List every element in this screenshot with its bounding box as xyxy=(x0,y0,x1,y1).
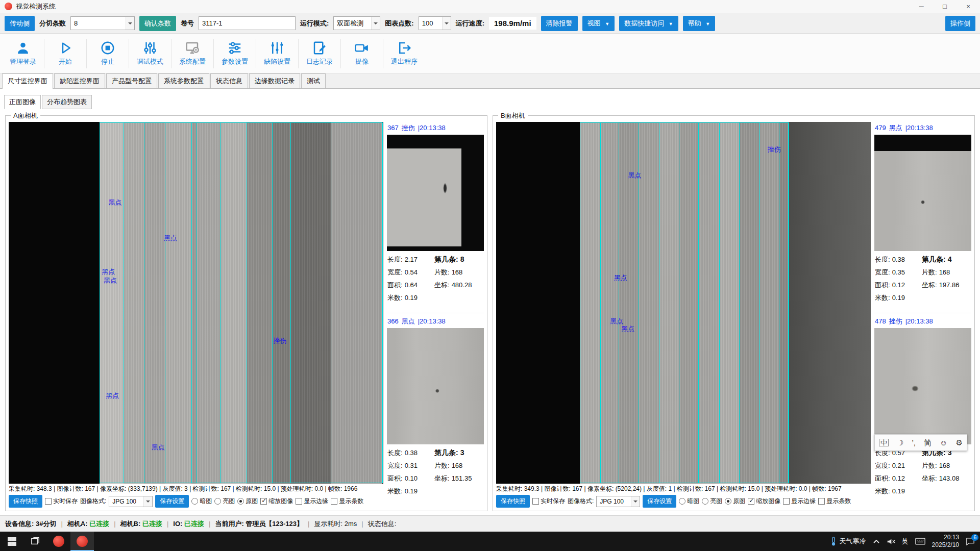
tab-status-info[interactable]: 状态信息 xyxy=(210,73,248,88)
taskbar-app-running[interactable] xyxy=(70,532,94,551)
defect-card-header[interactable]: 366 黑点 |20:13:38 xyxy=(387,315,484,328)
show-strips-checkbox[interactable]: 显示条数 xyxy=(331,497,363,506)
defect-card-header[interactable]: 479 黑点 |20:13:38 xyxy=(874,122,971,135)
realtime-save-checkbox[interactable]: 实时保存 xyxy=(532,497,565,506)
weather-indicator[interactable]: 天气寒冷 xyxy=(830,537,866,546)
original-image-radio[interactable]: 原图 xyxy=(725,497,745,506)
maximize-button[interactable]: □ xyxy=(933,0,957,13)
fullwidth-moon-icon[interactable]: ☽ xyxy=(897,439,903,446)
defect-thumbnail[interactable] xyxy=(387,328,484,444)
camera-b-image[interactable]: 挫伤黑点黑点黑点黑点 xyxy=(496,122,871,484)
ime-mode-toggle[interactable]: 中 xyxy=(879,439,889,446)
strip-divider-line xyxy=(220,122,221,483)
stat-value: 0.19 xyxy=(892,487,905,495)
realtime-save-checkbox[interactable]: 实时保存 xyxy=(45,497,78,506)
strip-divider-line xyxy=(789,122,789,483)
close-button[interactable]: × xyxy=(957,0,980,13)
speaker-mute-icon[interactable] xyxy=(887,538,895,545)
param-settings-button[interactable]: 参数设置 xyxy=(214,35,256,72)
stat-label: 坐标: xyxy=(922,474,937,482)
taskbar-app-pinned[interactable] xyxy=(47,532,70,551)
checkbox-checked-icon xyxy=(748,498,754,505)
save-snapshot-button[interactable]: 保存快照 xyxy=(496,495,530,508)
camera-a-stats-line: 采集耗时: 348.3 | 图像计数: 167 | 像素坐标: (333,713… xyxy=(9,484,383,494)
image-format-select[interactable]: JPG 100 xyxy=(596,496,640,507)
drive-side-button[interactable]: 传动侧 xyxy=(5,16,35,31)
punctuation-toggle[interactable]: ’, xyxy=(912,439,916,446)
defect-card-header[interactable]: 478 挫伤 |20:13:38 xyxy=(874,315,971,328)
run-mode-select[interactable]: 双面检测 xyxy=(333,16,380,30)
defect-thumbnail[interactable] xyxy=(874,135,971,251)
help-menu-button[interactable]: 帮助 ▼ xyxy=(683,16,716,31)
tab-defect-monitor[interactable]: 缺陷监控界面 xyxy=(54,73,105,88)
bright-image-radio[interactable]: 亮图 xyxy=(702,497,722,506)
show-strips-label: 显示条数 xyxy=(339,497,363,506)
minimize-button[interactable]: ─ xyxy=(910,0,933,13)
device-info: 设备信息: 3#分切 xyxy=(5,519,56,529)
image-format-select[interactable]: JPG 100 xyxy=(109,496,153,507)
save-settings-button[interactable]: 保存设置 xyxy=(643,495,676,508)
tab-product-model-config[interactable]: 产品型号配置 xyxy=(106,73,157,88)
data-quick-access-menu-button[interactable]: 数据快捷访问 ▼ xyxy=(619,16,678,31)
system-config-icon xyxy=(185,40,200,56)
defect-card-header[interactable]: 367 挫伤 |20:13:38 xyxy=(387,122,484,135)
clear-alarm-button[interactable]: 清除报警 xyxy=(541,16,578,31)
notification-center-button[interactable]: 6 xyxy=(966,537,975,545)
zoom-image-checkbox[interactable]: 缩放图像 xyxy=(748,497,780,506)
strip-divider-line xyxy=(124,122,124,483)
strip-divider-line xyxy=(580,122,580,483)
ime-settings-gear-icon[interactable]: ⚙ xyxy=(955,439,962,446)
bright-image-radio[interactable]: 亮图 xyxy=(214,497,235,506)
hidden-icons-chevron-icon[interactable] xyxy=(873,539,880,544)
stat-label: 米数: xyxy=(387,487,403,495)
defect-settings-button[interactable]: 缺陷设置 xyxy=(256,35,298,72)
window-title: 视觉检测系统 xyxy=(16,2,56,11)
capture-image-button[interactable]: 提像 xyxy=(341,35,383,72)
show-edge-label: 显示边缘 xyxy=(791,497,816,506)
defect-thumbnail[interactable] xyxy=(387,135,484,251)
touch-keyboard-icon[interactable] xyxy=(915,538,925,545)
camera-b-status-label: 相机B: xyxy=(120,520,141,528)
defect-thumbnail[interactable] xyxy=(874,328,971,444)
view-menu-button[interactable]: 视图 ▼ xyxy=(582,16,615,31)
admin-login-button[interactable]: 管理登录 xyxy=(2,35,44,72)
stat-label: 面积: xyxy=(387,281,403,289)
ime-language-indicator[interactable]: 英 xyxy=(902,537,909,546)
zoom-image-checkbox[interactable]: 缩放图像 xyxy=(260,497,293,506)
tab-system-param-config[interactable]: 系统参数配置 xyxy=(158,73,209,88)
dark-image-radio[interactable]: 暗图 xyxy=(191,497,212,506)
simplified-chinese-toggle[interactable]: 简 xyxy=(924,439,932,446)
stat-value: 3 xyxy=(460,448,464,457)
save-settings-button[interactable]: 保存设置 xyxy=(155,495,189,508)
start-detect-button[interactable]: 开始 xyxy=(44,35,86,72)
system-config-button[interactable]: 系统配置 xyxy=(172,35,213,72)
display-time-label: 显示耗时: xyxy=(314,520,342,528)
confirm-count-button[interactable]: 确认条数 xyxy=(139,16,176,31)
task-view-button[interactable] xyxy=(23,532,47,551)
original-image-radio[interactable]: 原图 xyxy=(237,497,258,506)
subtab-front-image[interactable]: 正面图像 xyxy=(4,95,41,109)
tab-test[interactable]: 测试 xyxy=(301,73,326,88)
dark-image-radio[interactable]: 暗图 xyxy=(679,497,699,506)
show-edge-checkbox[interactable]: 显示边缘 xyxy=(296,497,328,506)
save-snapshot-button[interactable]: 保存快照 xyxy=(9,495,42,508)
operate-side-button[interactable]: 操作侧 xyxy=(945,16,975,31)
stat-value: 2.17 xyxy=(405,256,418,263)
subtab-trend-chart[interactable]: 分布趋势图表 xyxy=(42,95,92,109)
taskbar-clock[interactable]: 20:13 2025/2/10 xyxy=(932,534,959,549)
show-strips-checkbox[interactable]: 显示条数 xyxy=(818,497,851,506)
emoji-panel-icon[interactable]: ☺ xyxy=(940,439,947,446)
debug-mode-button[interactable]: 调试模式 xyxy=(129,35,171,72)
start-button[interactable] xyxy=(0,532,23,551)
tab-size-monitor[interactable]: 尺寸监控界面 xyxy=(2,73,53,89)
chart-points-select[interactable]: 100 xyxy=(419,16,451,30)
roll-number-input[interactable]: 3117-1 xyxy=(199,16,296,30)
split-count-select[interactable]: 8 xyxy=(70,16,135,30)
app-logo-icon xyxy=(77,536,88,547)
log-record-button[interactable]: 日志记录 xyxy=(299,35,340,72)
exit-program-button[interactable]: 退出程序 xyxy=(383,35,425,72)
stop-detect-button[interactable]: 停止 xyxy=(87,35,129,72)
show-edge-checkbox[interactable]: 显示边缘 xyxy=(783,497,816,506)
tab-edge-data-record[interactable]: 边缘数据记录 xyxy=(249,73,300,88)
camera-a-image[interactable]: 黑点黑点黑点黑点挫伤黑点黑点 xyxy=(9,122,383,484)
